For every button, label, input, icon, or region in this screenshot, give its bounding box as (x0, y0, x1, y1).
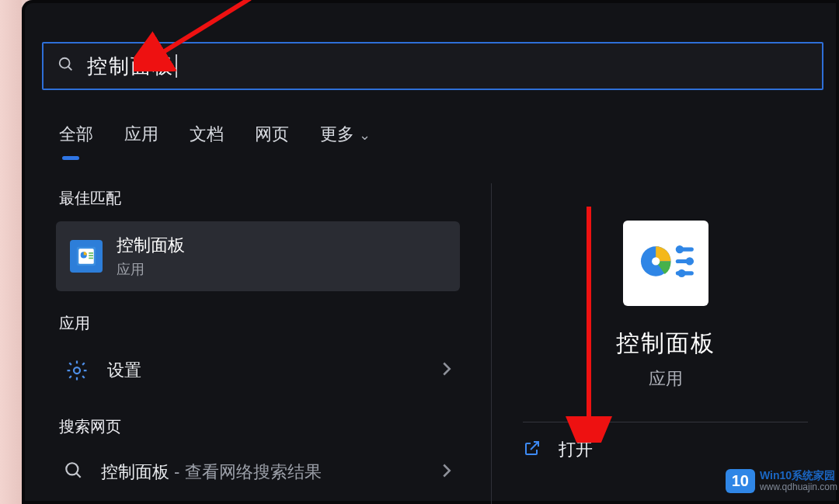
best-match-title: 控制面板 (117, 234, 185, 257)
watermark-line1: Win10系统家园 (760, 470, 837, 481)
chevron-down-icon: ⌄ (359, 127, 371, 143)
filter-tabs: 全部 应用 文档 网页 更多⌄ (59, 123, 371, 157)
tab-web[interactable]: 网页 (255, 123, 289, 157)
svg-rect-6 (89, 255, 93, 256)
search-icon (64, 461, 84, 484)
control-panel-icon (70, 240, 103, 273)
watermark-line2: www.qdhuajin.com (760, 482, 837, 492)
svg-point-18 (677, 269, 685, 277)
control-panel-big-icon (623, 221, 708, 306)
svg-line-10 (76, 473, 80, 477)
tab-docs[interactable]: 文档 (190, 123, 224, 157)
svg-point-17 (685, 257, 693, 265)
results-column: 最佳匹配 控制面板 应用 应用 设置 搜索网页 (56, 180, 460, 495)
watermark: 10 Win10系统家园 www.qdhuajin.com (726, 469, 837, 493)
svg-point-8 (74, 367, 80, 374)
svg-point-9 (66, 463, 78, 474)
search-bar[interactable]: 控制面板 (42, 42, 823, 90)
tab-apps[interactable]: 应用 (124, 123, 158, 157)
section-best-match: 最佳匹配 (59, 188, 460, 209)
section-apps: 应用 (59, 313, 460, 334)
search-panel: 控制面板 全部 应用 文档 网页 更多⌄ 最佳匹配 控制面板 应用 应用 (22, 0, 839, 504)
detail-pane: 控制面板 应用 打开 (491, 183, 839, 504)
chevron-right-icon (441, 361, 452, 380)
watermark-badge: 10 (726, 469, 755, 493)
svg-point-12 (652, 257, 660, 265)
detail-title: 控制面板 (616, 328, 715, 360)
svg-point-16 (675, 245, 683, 253)
best-match-subtitle: 应用 (117, 260, 185, 279)
open-external-icon (523, 439, 541, 461)
result-settings[interactable]: 设置 (56, 346, 460, 395)
gear-icon (64, 357, 90, 384)
section-web: 搜索网页 (59, 416, 460, 437)
tab-more[interactable]: 更多⌄ (320, 123, 371, 157)
result-web-search[interactable]: 控制面板 - 查看网络搜索结果 (56, 450, 460, 495)
best-match-item[interactable]: 控制面板 应用 (56, 221, 460, 291)
detail-subtitle: 应用 (649, 367, 683, 391)
open-label: 打开 (559, 438, 593, 461)
result-web-label: 控制面板 - 查看网络搜索结果 (101, 461, 322, 484)
svg-rect-5 (89, 252, 93, 254)
result-settings-label: 设置 (107, 359, 141, 382)
surrounding-background (0, 0, 22, 504)
chevron-right-icon (441, 463, 452, 481)
svg-rect-7 (89, 258, 93, 259)
tab-all[interactable]: 全部 (59, 123, 93, 157)
